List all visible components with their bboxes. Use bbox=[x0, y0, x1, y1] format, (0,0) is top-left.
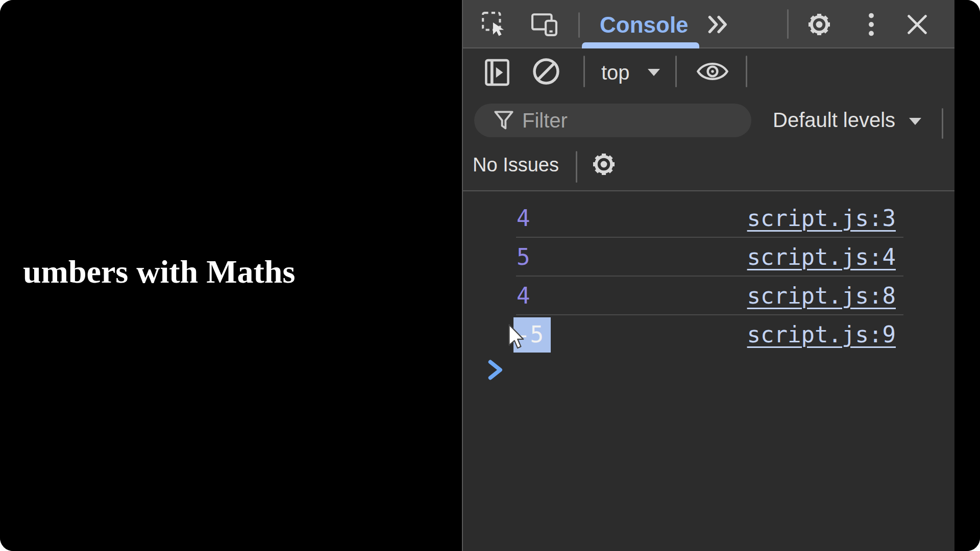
kebab-menu-icon[interactable] bbox=[866, 12, 876, 37]
log-value: 5 bbox=[517, 244, 530, 270]
device-toolbar-icon[interactable] bbox=[530, 11, 559, 37]
eye-icon[interactable] bbox=[696, 57, 729, 86]
webpage-area: umbers with Maths bbox=[0, 0, 462, 551]
source-link[interactable]: script.js:4 bbox=[747, 244, 896, 270]
console-messages: 4 script.js:3 5 script.js:4 4 script.js:… bbox=[463, 191, 954, 551]
page-heading: umbers with Maths bbox=[23, 253, 295, 291]
issues-gear-icon[interactable] bbox=[590, 150, 618, 179]
mouse-cursor bbox=[507, 324, 524, 349]
filter-funnel-icon bbox=[494, 110, 514, 131]
log-value: 4 bbox=[517, 283, 530, 309]
separator bbox=[583, 56, 585, 87]
inspect-icon[interactable] bbox=[481, 11, 507, 37]
separator bbox=[675, 56, 677, 87]
console-log-row: -5 script.js:9 bbox=[463, 315, 954, 353]
source-link[interactable]: script.js:3 bbox=[747, 205, 896, 231]
context-label[interactable]: top bbox=[601, 61, 630, 84]
video-frame: umbers with Maths Console bbox=[0, 0, 980, 551]
console-log-row: 4 script.js:3 bbox=[463, 199, 954, 237]
tab-console[interactable]: Console bbox=[600, 12, 689, 38]
separator bbox=[787, 9, 789, 39]
prompt-chevron-icon[interactable] bbox=[485, 359, 506, 381]
letterbox-band bbox=[954, 0, 980, 551]
more-tabs-icon[interactable] bbox=[706, 13, 730, 36]
devtools-panel: Console bbox=[462, 0, 954, 551]
close-icon[interactable] bbox=[905, 12, 929, 37]
settings-gear-icon[interactable] bbox=[805, 10, 834, 39]
log-value: 4 bbox=[517, 205, 530, 231]
console-log-row: 5 script.js:4 bbox=[463, 238, 954, 276]
filter-box[interactable] bbox=[474, 104, 751, 137]
console-toolbar: top bbox=[463, 49, 954, 96]
filter-input[interactable] bbox=[521, 109, 717, 133]
source-link[interactable]: script.js:9 bbox=[747, 321, 896, 347]
levels-label[interactable]: Default levels bbox=[773, 109, 895, 132]
separator bbox=[578, 12, 580, 38]
no-issues-label[interactable]: No Issues bbox=[473, 154, 559, 176]
active-tab-underline bbox=[582, 42, 699, 48]
separator bbox=[942, 108, 943, 139]
dropdown-caret-icon bbox=[909, 118, 921, 125]
source-link[interactable]: script.js:8 bbox=[747, 283, 896, 309]
devtools-tabbar: Console bbox=[463, 0, 954, 48]
console-log-row: 4 script.js:8 bbox=[463, 277, 954, 314]
clear-console-icon[interactable] bbox=[531, 57, 561, 86]
sidebar-toggle-icon[interactable] bbox=[484, 58, 510, 87]
dropdown-caret-icon bbox=[648, 69, 660, 76]
separator bbox=[746, 56, 747, 87]
separator bbox=[576, 151, 577, 183]
